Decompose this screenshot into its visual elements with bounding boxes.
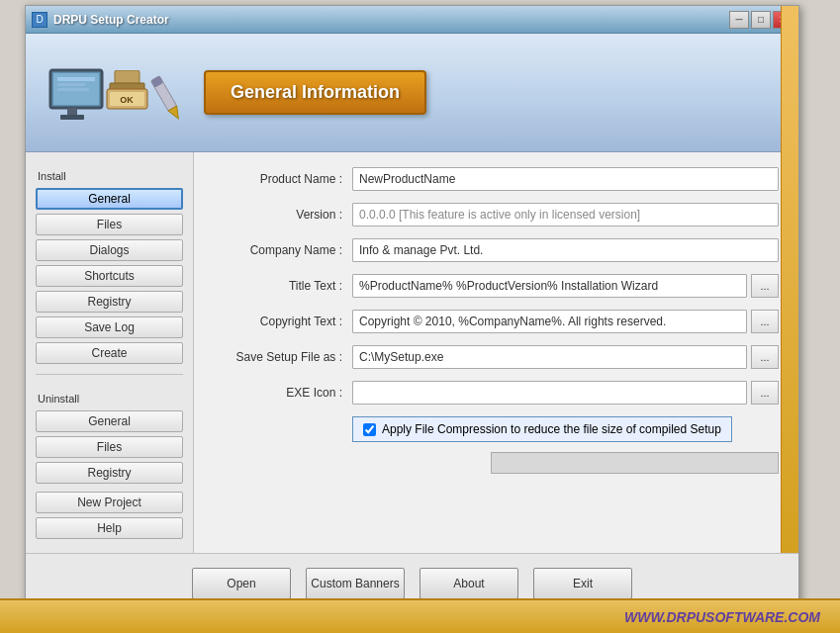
exe-icon-row: EXE Icon : ... [214,381,779,405]
exe-icon-browse-button[interactable]: ... [751,381,779,405]
title-text-input[interactable] [352,274,747,298]
compression-checkbox-container: Apply File Compression to reduce the fil… [352,416,732,442]
sidebar-btn-dialogs-install[interactable]: Dialogs [36,239,183,261]
version-label: Version : [214,208,352,222]
product-name-row: Product Name : [214,167,779,191]
sidebar-divider [36,374,183,375]
svg-rect-5 [57,83,85,86]
main-area: Install General Files Dialogs Shortcuts … [26,152,798,553]
minimize-button[interactable]: ─ [729,11,749,29]
sidebar-btn-registry-install[interactable]: Registry [36,291,183,313]
yellow-sidebar-accent [781,6,798,553]
sidebar-btn-savelog-install[interactable]: Save Log [36,316,183,338]
compression-checkbox-row: Apply File Compression to reduce the fil… [352,416,779,442]
sidebar-btn-files-install[interactable]: Files [36,214,183,235]
header-banner-text: General Information [231,82,400,102]
exit-button[interactable]: Exit [533,568,632,599]
sidebar: Install General Files Dialogs Shortcuts … [26,152,194,553]
svg-rect-4 [57,77,95,81]
svg-rect-2 [67,108,77,116]
header-area: OK General Information [26,34,798,152]
save-setup-file-label: Save Setup File as : [214,350,352,364]
company-name-row: Company Name : [214,238,779,262]
custom-banners-button[interactable]: Custom Banners [306,568,405,599]
compression-checkbox[interactable] [363,423,376,436]
footer: WWW.DRPUSOFTWARE.COM [0,598,840,633]
title-text-row: Title Text : ... [214,274,779,298]
sidebar-btn-general-install[interactable]: General [36,188,183,210]
maximize-button[interactable]: □ [751,11,771,29]
content-area: Product Name : Version : Company Name : … [194,152,798,553]
sidebar-btn-general-uninstall[interactable]: General [36,410,183,432]
progress-bar [491,452,779,474]
window-title: DRPU Setup Creator [53,13,169,27]
open-button[interactable]: Open [192,568,291,599]
product-name-label: Product Name : [214,172,352,186]
progress-bar-row [214,452,779,474]
about-button[interactable]: About [420,568,518,599]
title-text-browse-button[interactable]: ... [751,274,779,298]
exe-icon-label: EXE Icon : [214,386,352,400]
sidebar-btn-registry-uninstall[interactable]: Registry [36,462,183,484]
header-banner: General Information [204,70,426,115]
product-name-input[interactable] [352,167,779,191]
title-bar: D DRPU Setup Creator ─ □ ✕ [26,6,798,34]
main-window: D DRPU Setup Creator ─ □ ✕ [25,5,799,613]
sidebar-btn-files-uninstall[interactable]: Files [36,436,183,458]
company-name-input[interactable] [352,238,779,262]
uninstall-section-label: Uninstall [36,393,183,405]
footer-text: WWW.DRPUSOFTWARE.COM [624,609,820,625]
company-name-label: Company Name : [214,243,352,257]
new-project-button[interactable]: New Project [36,492,183,513]
save-setup-file-browse-button[interactable]: ... [751,345,779,369]
version-input[interactable] [352,203,779,226]
save-setup-file-row: Save Setup File as : ... [214,345,779,369]
help-button[interactable]: Help [36,517,183,539]
copyright-text-browse-button[interactable]: ... [751,310,779,333]
install-section-label: Install [36,170,183,182]
svg-text:OK: OK [120,95,134,105]
save-setup-file-input[interactable] [352,345,747,369]
svg-rect-6 [57,88,89,91]
header-icons: OK [46,60,184,125]
copyright-text-row: Copyright Text : ... [214,310,779,333]
copyright-text-label: Copyright Text : [214,315,352,328]
sidebar-btn-shortcuts-install[interactable]: Shortcuts [36,265,183,287]
version-row: Version : [214,203,779,226]
svg-rect-3 [60,115,84,120]
monitor-icon [46,65,110,125]
compression-checkbox-label: Apply File Compression to reduce the fil… [382,422,721,436]
exe-icon-input[interactable] [352,381,747,405]
app-icon: D [32,12,47,28]
title-text-label: Title Text : [214,279,352,293]
copyright-text-input[interactable] [352,310,747,333]
sidebar-btn-create-install[interactable]: Create [36,342,183,364]
